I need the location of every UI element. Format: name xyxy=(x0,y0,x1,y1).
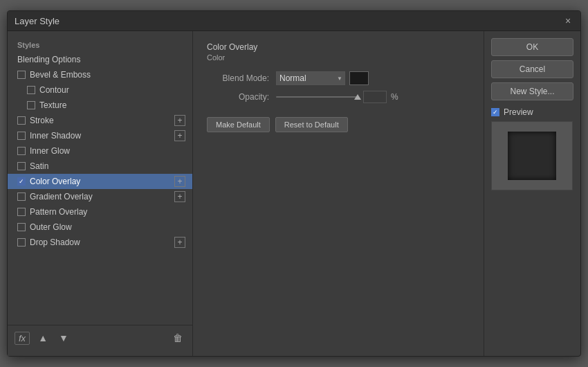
sidebar-item-inner-glow[interactable]: Inner Glow xyxy=(8,143,192,159)
inner-glow-checkbox[interactable] xyxy=(17,147,26,155)
action-buttons: Make Default Reset to Default xyxy=(207,117,470,132)
sidebar-item-texture[interactable]: Texture xyxy=(8,98,192,113)
make-default-button[interactable]: Make Default xyxy=(207,117,270,132)
preview-label-row: Preview xyxy=(491,107,573,117)
drop-shadow-add-button[interactable]: + xyxy=(174,237,185,248)
blend-mode-row: Blend Mode: Normal Dissolve Multiply Scr… xyxy=(207,71,470,85)
sidebar-item-contour[interactable]: Contour xyxy=(8,82,192,98)
stroke-checkbox[interactable] xyxy=(17,116,26,125)
satin-checkbox[interactable] xyxy=(17,162,26,170)
color-swatch[interactable] xyxy=(349,71,369,85)
sidebar-item-color-overlay[interactable]: Color Overlay + xyxy=(8,174,192,189)
bevel-emboss-checkbox[interactable] xyxy=(17,71,26,79)
close-button[interactable]: × xyxy=(562,15,573,26)
dialog-body: Styles Blending Options Bevel & Emboss C… xyxy=(8,31,580,356)
preview-label: Preview xyxy=(504,107,533,117)
sidebar-item-drop-shadow[interactable]: Drop Shadow + xyxy=(8,235,192,250)
sidebar-footer: fx ▲ ▼ 🗑 xyxy=(8,325,192,350)
inner-shadow-add-button[interactable]: + xyxy=(174,130,185,141)
delete-button[interactable]: 🗑 xyxy=(170,331,185,345)
contour-checkbox[interactable] xyxy=(27,86,35,94)
sidebar-item-satin[interactable]: Satin xyxy=(8,159,192,174)
styles-section-title: Styles xyxy=(8,38,192,52)
preview-canvas xyxy=(491,121,573,190)
preview-inner xyxy=(508,132,556,180)
opacity-slider-wrap: 100 % xyxy=(276,91,398,103)
preview-section: Preview xyxy=(491,107,573,190)
layer-style-dialog: Layer Style × Styles Blending Options Be… xyxy=(7,10,581,357)
outer-glow-checkbox[interactable] xyxy=(17,223,26,231)
drop-shadow-checkbox[interactable] xyxy=(17,238,26,247)
opacity-input[interactable]: 100 xyxy=(363,91,387,103)
gradient-overlay-checkbox[interactable] xyxy=(17,193,26,201)
sidebar-item-inner-shadow[interactable]: Inner Shadow + xyxy=(8,128,192,143)
texture-checkbox[interactable] xyxy=(27,101,35,109)
sidebar-item-pattern-overlay[interactable]: Pattern Overlay xyxy=(8,204,192,220)
preview-checkbox[interactable] xyxy=(491,108,499,116)
slider-thumb xyxy=(354,94,361,100)
blend-mode-label: Blend Mode: xyxy=(207,73,269,83)
move-up-button[interactable]: ▲ xyxy=(35,331,50,345)
percent-label: % xyxy=(391,92,398,102)
sidebar-item-bevel-emboss[interactable]: Bevel & Emboss xyxy=(8,67,192,82)
ok-button[interactable]: OK xyxy=(491,38,573,56)
title-bar: Layer Style × xyxy=(8,11,580,31)
stroke-add-button[interactable]: + xyxy=(174,115,185,126)
gradient-overlay-add-button[interactable]: + xyxy=(174,191,185,202)
reset-default-button[interactable]: Reset to Default xyxy=(275,117,348,132)
dialog-title: Layer Style xyxy=(15,16,59,26)
pattern-overlay-checkbox[interactable] xyxy=(17,208,26,216)
color-overlay-add-button[interactable]: + xyxy=(174,176,185,187)
move-down-button[interactable]: ▼ xyxy=(56,331,71,345)
section-subtitle: Color xyxy=(207,53,470,62)
sidebar: Styles Blending Options Bevel & Emboss C… xyxy=(8,31,193,356)
sidebar-item-gradient-overlay[interactable]: Gradient Overlay + xyxy=(8,189,192,204)
opacity-label: Opacity: xyxy=(207,92,269,102)
inner-shadow-checkbox[interactable] xyxy=(17,132,26,140)
opacity-slider-container[interactable] xyxy=(276,91,359,102)
opacity-row: Opacity: 100 % xyxy=(207,91,470,103)
fx-button[interactable]: fx xyxy=(15,332,30,345)
sidebar-item-outer-glow[interactable]: Outer Glow xyxy=(8,220,192,235)
right-panel: OK Cancel New Style... Preview xyxy=(484,31,580,356)
sidebar-item-stroke[interactable]: Stroke + xyxy=(8,113,192,128)
blend-mode-select[interactable]: Normal Dissolve Multiply Screen Overlay xyxy=(276,71,345,85)
sidebar-item-blending-options[interactable]: Blending Options xyxy=(8,52,192,67)
slider-track xyxy=(276,96,359,98)
blend-mode-select-wrapper: Normal Dissolve Multiply Screen Overlay xyxy=(276,71,345,85)
section-title: Color Overlay xyxy=(207,42,470,52)
color-overlay-checkbox[interactable] xyxy=(17,177,26,186)
cancel-button[interactable]: Cancel xyxy=(491,60,573,78)
new-style-button[interactable]: New Style... xyxy=(491,82,573,100)
main-content: Color Overlay Color Blend Mode: Normal D… xyxy=(193,31,484,356)
